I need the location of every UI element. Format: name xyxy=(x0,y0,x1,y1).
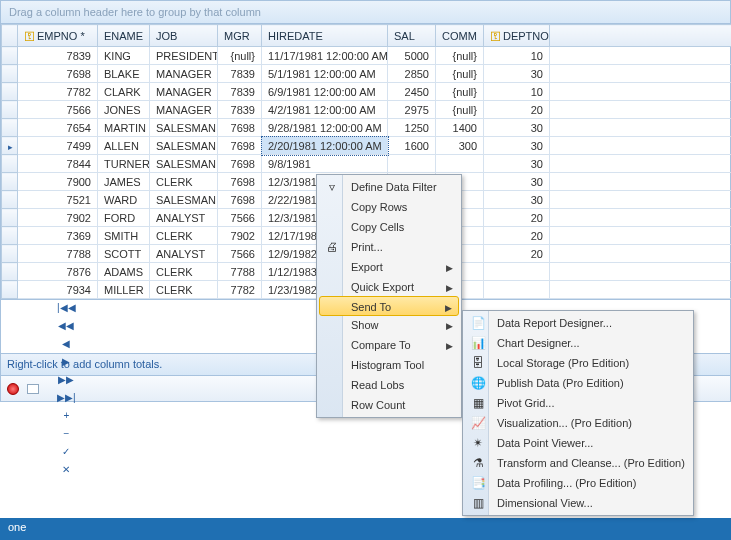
row-header[interactable] xyxy=(2,209,18,227)
cell[interactable]: 5000 xyxy=(388,47,436,65)
nav-button[interactable]: ◀ xyxy=(53,335,80,353)
menu-item[interactable]: ▦Pivot Grid... xyxy=(465,393,691,413)
menu-item[interactable]: 📊Chart Designer... xyxy=(465,333,691,353)
cell[interactable]: 20 xyxy=(484,101,550,119)
cell[interactable]: 20 xyxy=(484,245,550,263)
cell[interactable]: 30 xyxy=(484,119,550,137)
menu-item[interactable]: 🗄Local Storage (Pro Edition) xyxy=(465,353,691,373)
cell[interactable]: 7698 xyxy=(18,65,98,83)
cell[interactable]: 7521 xyxy=(18,191,98,209)
cell[interactable]: MARTIN xyxy=(98,119,150,137)
cell[interactable]: 7844 xyxy=(18,155,98,173)
row-header[interactable] xyxy=(2,47,18,65)
column-header[interactable]: SAL xyxy=(388,25,436,47)
cell[interactable]: {null} xyxy=(436,101,484,119)
cell[interactable]: 1250 xyxy=(388,119,436,137)
cell[interactable]: 7698 xyxy=(218,119,262,137)
cell[interactable]: 7654 xyxy=(18,119,98,137)
cell[interactable]: PRESIDENT xyxy=(150,47,218,65)
cell[interactable]: MANAGER xyxy=(150,83,218,101)
cell[interactable]: MANAGER xyxy=(150,101,218,119)
cell[interactable]: SALESMAN xyxy=(150,137,218,155)
row-header[interactable] xyxy=(2,101,18,119)
row-header[interactable] xyxy=(2,173,18,191)
nav-button[interactable]: + xyxy=(53,407,80,425)
row-header[interactable] xyxy=(2,263,18,281)
cell[interactable]: ANALYST xyxy=(150,209,218,227)
cell[interactable]: KING xyxy=(98,47,150,65)
menu-item[interactable]: 📈Visualization... (Pro Edition) xyxy=(465,413,691,433)
cell[interactable]: ALLEN xyxy=(98,137,150,155)
nav-dropdown[interactable] xyxy=(27,384,39,394)
cell[interactable]: CLARK xyxy=(98,83,150,101)
cell[interactable] xyxy=(436,155,484,173)
menu-item[interactable]: Row Count xyxy=(319,395,459,415)
cell[interactable]: 30 xyxy=(484,173,550,191)
menu-item[interactable]: Export▶ xyxy=(319,257,459,277)
cell[interactable]: 7566 xyxy=(218,245,262,263)
cell[interactable]: JAMES xyxy=(98,173,150,191)
nav-button[interactable]: ▶▶| xyxy=(53,389,80,407)
cell[interactable]: 7902 xyxy=(218,227,262,245)
cell[interactable]: 7900 xyxy=(18,173,98,191)
menu-item[interactable]: ⚗Transform and Cleanse... (Pro Edition) xyxy=(465,453,691,473)
column-header[interactable]: ⚿EMPNO * xyxy=(18,25,98,47)
menu-item[interactable]: ✴Data Point Viewer... xyxy=(465,433,691,453)
nav-button[interactable]: ▶▶ xyxy=(53,371,80,389)
cell[interactable]: 2850 xyxy=(388,65,436,83)
cell[interactable]: {null} xyxy=(436,65,484,83)
cell[interactable]: 7698 xyxy=(218,155,262,173)
row-header[interactable] xyxy=(2,65,18,83)
cell[interactable]: 6/9/1981 12:00:00 AM xyxy=(262,83,388,101)
cell[interactable]: 11/17/1981 12:00:00 AM xyxy=(262,47,388,65)
cell[interactable]: CLERK xyxy=(150,281,218,299)
cell[interactable]: 10 xyxy=(484,83,550,101)
cell[interactable]: 7782 xyxy=(18,83,98,101)
menu-item[interactable]: 📄Data Report Designer... xyxy=(465,313,691,333)
nav-button[interactable]: − xyxy=(53,425,80,443)
menu-item[interactable]: Read Lobs xyxy=(319,375,459,395)
cell[interactable]: SMITH xyxy=(98,227,150,245)
cell[interactable]: 7934 xyxy=(18,281,98,299)
cell[interactable]: MILLER xyxy=(98,281,150,299)
cell[interactable]: 7369 xyxy=(18,227,98,245)
cell[interactable]: 30 xyxy=(484,155,550,173)
row-header[interactable] xyxy=(2,155,18,173)
row-header[interactable] xyxy=(2,227,18,245)
row-header[interactable] xyxy=(2,83,18,101)
cell[interactable]: JONES xyxy=(98,101,150,119)
column-header[interactable]: ENAME xyxy=(98,25,150,47)
cell[interactable]: 7566 xyxy=(218,209,262,227)
nav-button[interactable]: ✓ xyxy=(53,443,80,461)
cell[interactable]: ADAMS xyxy=(98,263,150,281)
menu-item[interactable]: Compare To▶ xyxy=(319,335,459,355)
row-header[interactable] xyxy=(2,245,18,263)
cell[interactable]: 7839 xyxy=(18,47,98,65)
menu-item[interactable]: 🌐Publish Data (Pro Edition) xyxy=(465,373,691,393)
cell[interactable]: 7566 xyxy=(18,101,98,119)
cell[interactable]: 7902 xyxy=(18,209,98,227)
cell[interactable]: MANAGER xyxy=(150,65,218,83)
cell[interactable] xyxy=(388,155,436,173)
cell[interactable]: 1400 xyxy=(436,119,484,137)
menu-item[interactable]: 📑Data Profiling... (Pro Edition) xyxy=(465,473,691,493)
menu-item[interactable]: Copy Cells xyxy=(319,217,459,237)
cell[interactable]: 7499 xyxy=(18,137,98,155)
cell[interactable]: 2/20/1981 12:00:00 AM xyxy=(262,137,388,155)
column-header[interactable]: HIREDATE xyxy=(262,25,388,47)
menu-item[interactable]: Send To▶ xyxy=(319,296,459,316)
column-header[interactable]: ⚿DEPTNO * xyxy=(484,25,550,47)
cell[interactable]: 7839 xyxy=(218,101,262,119)
cell[interactable]: 7698 xyxy=(218,137,262,155)
column-header[interactable]: JOB xyxy=(150,25,218,47)
cell[interactable]: 7839 xyxy=(218,65,262,83)
cell[interactable]: 7876 xyxy=(18,263,98,281)
cell[interactable]: CLERK xyxy=(150,173,218,191)
cell[interactable]: CLERK xyxy=(150,227,218,245)
cell[interactable] xyxy=(484,263,550,281)
cell[interactable]: 7698 xyxy=(218,191,262,209)
cell[interactable]: 30 xyxy=(484,137,550,155)
cell[interactable]: 7788 xyxy=(218,263,262,281)
cell[interactable] xyxy=(484,281,550,299)
cell[interactable]: 30 xyxy=(484,65,550,83)
